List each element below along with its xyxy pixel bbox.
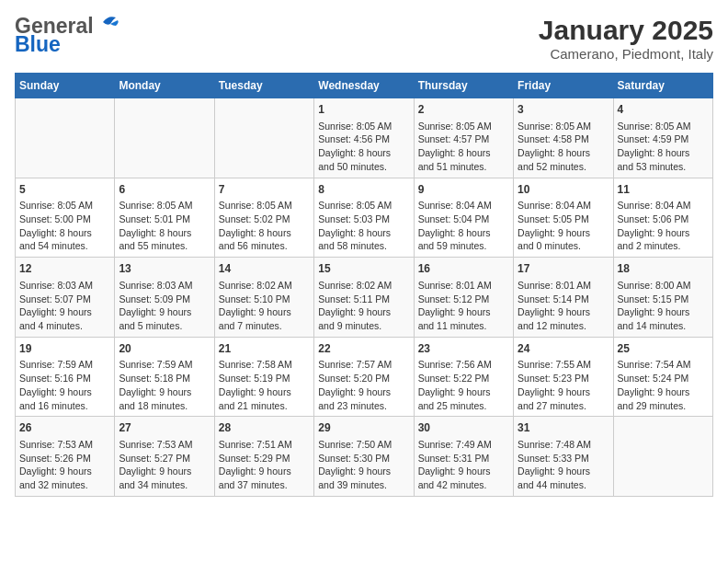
day-content: Sunset: 5:19 PM (219, 372, 310, 385)
day-content: Daylight: 8 hours (318, 146, 409, 160)
table-row: 28Sunrise: 7:51 AMSunset: 5:29 PMDayligh… (214, 417, 313, 497)
day-content: Sunset: 5:15 PM (618, 293, 709, 306)
day-content: Sunset: 5:11 PM (318, 293, 409, 306)
day-number: 27 (119, 420, 210, 436)
day-content: Sunset: 5:00 PM (19, 213, 110, 226)
table-row: 15Sunrise: 8:02 AMSunset: 5:11 PMDayligh… (314, 258, 414, 338)
table-row: 4Sunrise: 8:05 AMSunset: 4:59 PMDaylight… (613, 98, 712, 178)
day-content: Sunset: 5:33 PM (518, 452, 609, 465)
table-row: 22Sunrise: 7:57 AMSunset: 5:20 PMDayligh… (314, 337, 414, 417)
day-content: Sunset: 5:02 PM (219, 213, 310, 226)
day-content: Daylight: 9 hours (119, 305, 210, 319)
table-row: 23Sunrise: 7:56 AMSunset: 5:22 PMDayligh… (414, 337, 513, 417)
calendar-week-row: 5Sunrise: 8:05 AMSunset: 5:00 PMDaylight… (16, 178, 713, 258)
day-number: 8 (318, 182, 409, 198)
day-number: 12 (19, 261, 110, 277)
day-content: Sunrise: 8:05 AM (318, 120, 409, 133)
table-row (16, 98, 115, 178)
day-content: Sunrise: 8:03 AM (119, 279, 210, 293)
col-tuesday: Tuesday (214, 74, 313, 98)
day-content: Daylight: 9 hours (119, 465, 210, 478)
day-content: Sunrise: 7:59 AM (119, 358, 210, 372)
day-number: 16 (418, 261, 509, 277)
day-content: Daylight: 9 hours (418, 385, 509, 399)
day-content: and 14 minutes. (618, 319, 709, 333)
day-content: and 4 minutes. (19, 319, 110, 333)
day-content: and 25 minutes. (418, 399, 509, 413)
day-content: Daylight: 8 hours (119, 226, 210, 240)
day-content: Daylight: 9 hours (318, 385, 409, 399)
day-number: 10 (518, 182, 609, 198)
day-content: and 5 minutes. (119, 319, 210, 333)
day-content: Sunrise: 8:04 AM (418, 199, 509, 213)
day-content: Sunrise: 8:03 AM (19, 279, 110, 293)
day-content: Sunrise: 8:05 AM (418, 120, 509, 133)
day-content: Sunrise: 8:05 AM (618, 120, 709, 133)
day-number: 6 (119, 182, 210, 198)
day-content: Sunset: 5:22 PM (418, 372, 509, 385)
day-content: and 53 minutes. (618, 160, 709, 174)
day-content: Sunrise: 8:00 AM (618, 279, 709, 293)
day-content: and 9 minutes. (318, 319, 409, 333)
day-number: 17 (518, 261, 609, 277)
day-number: 11 (618, 182, 709, 198)
day-number: 30 (418, 420, 509, 436)
table-row: 18Sunrise: 8:00 AMSunset: 5:15 PMDayligh… (613, 258, 712, 338)
day-number: 3 (518, 102, 609, 118)
day-content: Daylight: 9 hours (119, 385, 210, 399)
day-content: and 29 minutes. (618, 399, 709, 413)
table-row: 13Sunrise: 8:03 AMSunset: 5:09 PMDayligh… (115, 258, 214, 338)
day-number: 4 (618, 102, 709, 118)
day-content: Daylight: 9 hours (518, 385, 609, 399)
day-content: Sunrise: 7:50 AM (318, 438, 409, 452)
day-content: Sunrise: 7:58 AM (219, 358, 310, 372)
page-header: General Blue January 2025 Camerano, Pied… (15, 15, 713, 62)
day-number: 9 (418, 182, 509, 198)
day-content: Sunset: 5:03 PM (318, 213, 409, 226)
day-content: Sunrise: 8:02 AM (219, 279, 310, 293)
day-content: Sunrise: 7:54 AM (618, 358, 709, 372)
day-content: and 23 minutes. (318, 399, 409, 413)
table-row: 21Sunrise: 7:58 AMSunset: 5:19 PMDayligh… (214, 337, 313, 417)
day-content: Daylight: 9 hours (618, 385, 709, 399)
day-content: and 54 minutes. (19, 239, 110, 253)
logo-bird-icon (96, 13, 123, 33)
day-content: Sunset: 5:26 PM (19, 452, 110, 465)
day-content: Daylight: 9 hours (518, 305, 609, 319)
day-content: Daylight: 9 hours (418, 305, 509, 319)
day-content: Sunset: 5:04 PM (418, 213, 509, 226)
col-wednesday: Wednesday (314, 74, 414, 98)
day-content: Daylight: 9 hours (318, 465, 409, 478)
day-content: and 21 minutes. (219, 399, 310, 413)
table-row: 14Sunrise: 8:02 AMSunset: 5:10 PMDayligh… (214, 258, 313, 338)
day-content: Sunset: 5:14 PM (518, 293, 609, 306)
day-number: 26 (19, 420, 110, 436)
table-row: 20Sunrise: 7:59 AMSunset: 5:18 PMDayligh… (115, 337, 214, 417)
table-row: 29Sunrise: 7:50 AMSunset: 5:30 PMDayligh… (314, 417, 414, 497)
day-content: Sunset: 5:07 PM (19, 293, 110, 306)
day-number: 14 (219, 261, 310, 277)
calendar-week-row: 1Sunrise: 8:05 AMSunset: 4:56 PMDaylight… (16, 98, 713, 178)
table-row: 1Sunrise: 8:05 AMSunset: 4:56 PMDaylight… (314, 98, 414, 178)
table-row: 17Sunrise: 8:01 AMSunset: 5:14 PMDayligh… (514, 258, 613, 338)
day-content: Sunrise: 7:57 AM (318, 358, 409, 372)
day-content: Sunrise: 8:01 AM (418, 279, 509, 293)
day-content: Sunrise: 7:59 AM (19, 358, 110, 372)
day-content: Daylight: 9 hours (618, 226, 709, 240)
day-content: Daylight: 9 hours (518, 465, 609, 478)
day-content: and 7 minutes. (219, 319, 310, 333)
calendar-title: January 2025 (539, 15, 713, 46)
calendar-week-row: 26Sunrise: 7:53 AMSunset: 5:26 PMDayligh… (16, 417, 713, 497)
day-content: Sunrise: 7:48 AM (518, 438, 609, 452)
table-row: 2Sunrise: 8:05 AMSunset: 4:57 PMDaylight… (414, 98, 513, 178)
day-content: Sunset: 5:31 PM (418, 452, 509, 465)
day-number: 2 (418, 102, 509, 118)
day-number: 5 (19, 182, 110, 198)
table-row: 3Sunrise: 8:05 AMSunset: 4:58 PMDaylight… (514, 98, 613, 178)
day-content: Daylight: 9 hours (618, 305, 709, 319)
day-content: and 42 minutes. (418, 478, 509, 492)
day-content: Daylight: 8 hours (318, 226, 409, 240)
day-content: and 55 minutes. (119, 239, 210, 253)
day-content: and 52 minutes. (518, 160, 609, 174)
table-row: 26Sunrise: 7:53 AMSunset: 5:26 PMDayligh… (16, 417, 115, 497)
